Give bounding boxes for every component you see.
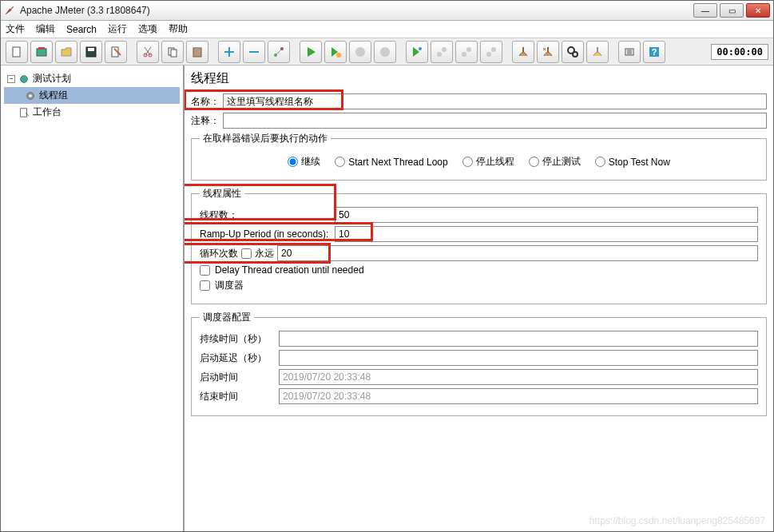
- svg-point-18: [437, 52, 442, 57]
- menu-options[interactable]: 选项: [138, 22, 157, 36]
- remote-start2-icon[interactable]: [431, 41, 453, 63]
- remote-stop-icon[interactable]: [455, 41, 478, 63]
- radio-stop-test[interactable]: 停止测试: [529, 155, 581, 169]
- panel-title: 线程组: [191, 70, 767, 87]
- delay-label: 启动延迟（秒）: [200, 351, 276, 365]
- menu-edit[interactable]: 编辑: [36, 22, 55, 36]
- loop-input[interactable]: [277, 245, 758, 261]
- minimize-button[interactable]: —: [693, 3, 717, 18]
- remote-shutdown-icon[interactable]: [480, 41, 502, 63]
- svg-point-13: [280, 47, 284, 50]
- function-helper-icon[interactable]: [618, 41, 641, 63]
- toggle-icon[interactable]: [268, 41, 290, 63]
- svg-rect-0: [13, 47, 20, 57]
- templates-icon[interactable]: [30, 41, 53, 63]
- svg-point-32: [21, 75, 28, 82]
- menu-run[interactable]: 运行: [108, 22, 127, 36]
- rampup-label: Ramp-Up Period (in seconds):: [200, 228, 331, 240]
- tree-root[interactable]: − 测试计划: [4, 70, 180, 87]
- run-noTimers-icon[interactable]: [324, 41, 347, 63]
- end-input[interactable]: [279, 388, 758, 404]
- svg-point-34: [29, 94, 32, 97]
- rampup-input[interactable]: [335, 226, 758, 242]
- forever-label: 永远: [255, 247, 274, 260]
- radio-stop-thread[interactable]: 停止线程: [462, 155, 514, 169]
- end-label: 结束时间: [200, 390, 276, 403]
- stop-icon[interactable]: [349, 41, 371, 63]
- paste-icon[interactable]: [186, 41, 208, 63]
- menubar: 文件 编辑 Search 运行 选项 帮助: [1, 21, 773, 38]
- svg-point-22: [486, 52, 491, 57]
- loop-label: 循环次数: [200, 247, 238, 260]
- save-icon[interactable]: [80, 41, 102, 63]
- edit-icon[interactable]: [105, 41, 127, 63]
- svg-rect-9: [171, 50, 177, 57]
- scheduler-label: 调度器: [215, 279, 244, 292]
- radio-stop-now[interactable]: Stop Test Now: [595, 157, 670, 168]
- threads-input[interactable]: [335, 207, 758, 223]
- clear-icon[interactable]: [512, 41, 534, 63]
- duration-label: 持续时间（秒）: [200, 332, 276, 346]
- cut-icon[interactable]: [137, 41, 159, 63]
- thread-props-legend: 线程属性: [200, 187, 244, 200]
- tree-workbench[interactable]: 工作台: [4, 104, 180, 121]
- svg-point-20: [462, 52, 466, 57]
- help-icon[interactable]: ?: [643, 41, 665, 63]
- radio-continue[interactable]: 继续: [288, 155, 320, 169]
- svg-rect-1: [37, 49, 46, 56]
- scheduler-group: 调度器配置 持续时间（秒） 启动延迟（秒） 启动时间 结束时间: [191, 311, 767, 416]
- svg-point-17: [419, 47, 422, 50]
- svg-text:?: ?: [652, 47, 657, 57]
- new-icon[interactable]: [6, 41, 28, 63]
- svg-rect-25: [547, 47, 549, 52]
- run-icon[interactable]: [300, 41, 322, 63]
- start-label: 启动时间: [200, 371, 276, 384]
- tree-thread-group[interactable]: 线程组: [4, 87, 180, 104]
- reset-search-icon[interactable]: [586, 41, 609, 63]
- collapse-toggle-icon[interactable]: −: [7, 75, 15, 83]
- titlebar: Apache JMeter (3.3 r1808647) — ▭ ✕: [1, 1, 773, 21]
- radio-start-next[interactable]: Start Next Thread Loop: [335, 157, 448, 168]
- error-action-legend: 在取样器错误后要执行的动作: [200, 132, 331, 145]
- scheduler-checkbox[interactable]: [200, 280, 210, 291]
- window-title: Apache JMeter (3.3 r1808647): [20, 5, 693, 16]
- close-button[interactable]: ✕: [746, 3, 770, 18]
- clear-all-icon[interactable]: [537, 41, 559, 63]
- search-icon[interactable]: [562, 41, 584, 63]
- comment-input[interactable]: [223, 113, 767, 129]
- duration-input[interactable]: [279, 331, 758, 347]
- delay-input[interactable]: [279, 350, 758, 366]
- error-action-group: 在取样器错误后要执行的动作 继续 Start Next Thread Loop …: [191, 132, 767, 181]
- collapse-icon[interactable]: [243, 41, 265, 63]
- svg-rect-24: [522, 47, 524, 52]
- expand-icon[interactable]: [218, 41, 240, 63]
- svg-point-16: [380, 47, 390, 57]
- delay-creation-label: Delay Thread creation until needed: [215, 264, 364, 276]
- open-icon[interactable]: [55, 41, 77, 63]
- remote-start-icon[interactable]: [406, 41, 428, 63]
- svg-rect-4: [88, 48, 94, 51]
- menu-search[interactable]: Search: [66, 24, 97, 35]
- svg-point-23: [491, 47, 496, 52]
- scheduler-legend: 调度器配置: [200, 311, 254, 324]
- svg-point-21: [466, 47, 471, 52]
- start-input[interactable]: [279, 369, 758, 385]
- content-panel: 线程组 名称： 注释： 在取样器错误后要执行的动作 继续 Start Next …: [185, 66, 773, 531]
- tree-workbench-label: 工作台: [33, 105, 62, 119]
- tree-panel: − 测试计划 线程组 工作台: [1, 66, 185, 531]
- svg-point-27: [573, 52, 578, 57]
- delay-creation-checkbox[interactable]: [200, 265, 210, 276]
- name-input[interactable]: [223, 93, 767, 109]
- svg-point-12: [274, 54, 277, 57]
- thread-props-group: 线程属性 线程数： Ramp-Up Period (in seconds): 循…: [191, 187, 767, 304]
- app-icon: [4, 5, 15, 16]
- svg-point-19: [442, 47, 447, 52]
- maximize-button[interactable]: ▭: [720, 3, 744, 18]
- forever-checkbox[interactable]: [241, 248, 252, 259]
- menu-help[interactable]: 帮助: [169, 22, 188, 36]
- shutdown-icon[interactable]: [374, 41, 396, 63]
- copy-icon[interactable]: [161, 41, 184, 63]
- menu-file[interactable]: 文件: [6, 22, 25, 36]
- watermark: https://blog.csdn.net/luanpeng825485697: [589, 515, 765, 526]
- svg-point-15: [355, 47, 365, 57]
